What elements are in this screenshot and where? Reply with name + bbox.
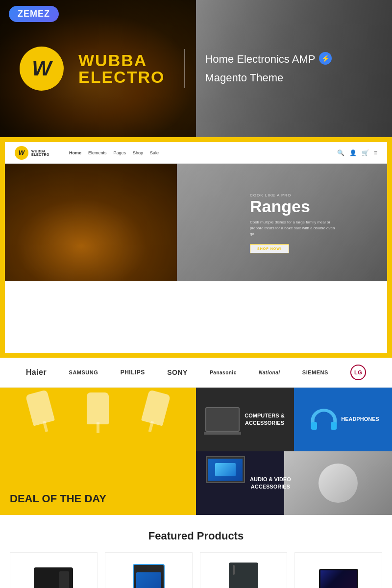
fridge-icon (229, 563, 258, 588)
monitor-icon (206, 456, 245, 483)
nav-logo-circle: W (15, 146, 28, 160)
cart-icon[interactable]: 🛒 (362, 149, 369, 156)
nav-sale[interactable]: Sale (150, 150, 159, 155)
vacuum-3 (141, 390, 171, 426)
brand-haier: Haier (26, 368, 47, 377)
brand-sony: SONY (167, 368, 188, 376)
menu-icon[interactable]: ≡ (374, 149, 377, 156)
site-preview: W WUBBA ELECTRO Home Elements Pages Shop… (5, 142, 387, 353)
product-image-fridge (205, 558, 282, 588)
product-card: 🔍 ✕ ♡ 🛒 E7 OLED 4K HDR Smart TV 65in Cla… (294, 552, 382, 588)
headphone-icon (307, 402, 341, 437)
headphones-label: HEADPHONES (341, 416, 379, 423)
tagline-text: Home Electronics AMP (205, 52, 315, 67)
user-icon[interactable]: 👤 (349, 149, 357, 156)
navbar: W WUBBA ELECTRO Home Elements Pages Shop… (5, 142, 387, 164)
header-content: W WUBBA ELECTRO Home Electronics AMP ⚡ M… (0, 47, 362, 91)
oven-icon (133, 564, 165, 588)
hero-cta-button[interactable]: SHOP NOW! (250, 244, 289, 253)
nav-pages[interactable]: Pages (114, 150, 126, 155)
zemez-badge: ZEMEZ (9, 6, 59, 22)
brand-electro: ELECTRO (78, 69, 165, 85)
hero-title: Ranges (250, 197, 338, 216)
brand-samsung: SAMSUNG (69, 369, 98, 375)
right-panels: COMPUTERS &ACCESSORIES HEADPHONES (196, 388, 392, 515)
brand-panasonic: Panasonic (210, 370, 237, 375)
yellow-frame: W WUBBA ELECTRO Home Elements Pages Shop… (0, 137, 392, 358)
hero-description: Cook multiple dishes for a large family … (250, 220, 338, 237)
tagline: Home Electronics AMP ⚡ Magento Theme (205, 52, 342, 85)
deal-panel[interactable]: DEAL OF THE DAY (0, 388, 196, 515)
svg-rect-1 (331, 422, 337, 430)
vacuum-1 (25, 390, 55, 426)
audio-panel[interactable]: AUDIO & VIDEOACCESSORIES (196, 451, 392, 515)
brand-lg: LG (350, 365, 366, 380)
search-icon[interactable]: 🔍 (337, 149, 344, 156)
featured-section: Featured Products 🔍 ✕ ♡ 🛒 Countertop Mic… (0, 515, 392, 588)
vacuum-group (5, 392, 191, 424)
audio-person-bg (284, 451, 392, 515)
audio-label: AUDIO & VIDEOACCESSORIES (250, 476, 291, 491)
brand-national: National (259, 370, 280, 375)
computers-panel[interactable]: COMPUTERS &ACCESSORIES (196, 388, 294, 451)
logo-circle: W (20, 47, 64, 91)
brand-siemens: SIEMENS (302, 369, 328, 375)
microwave-icon (34, 567, 73, 588)
nav-shop[interactable]: Shop (133, 150, 143, 155)
product-card: 🔍 ✕ ♡ 🛒 Induction Slide in Range with Pr… (105, 552, 193, 588)
tv-icon (319, 569, 358, 588)
tagline-line2: Magento Theme (205, 71, 283, 85)
nav-icons: 🔍 👤 🛒 ≡ (337, 149, 377, 156)
products-grid: 🔍 ✕ ♡ 🛒 Countertop Microwave with Smart … (10, 552, 382, 588)
featured-title: Featured Products (10, 530, 382, 542)
brand-philips: PHILIPS (121, 369, 145, 376)
svg-rect-0 (311, 422, 317, 430)
nav-brand-wubba: WUBBA (31, 149, 49, 153)
deal-text: DEAL OF THE DAY (10, 492, 106, 505)
nav-brand-text: WUBBA ELECTRO (31, 149, 49, 156)
hero-header: W WUBBA ELECTRO Home Electronics AMP ⚡ M… (0, 0, 392, 137)
logo-w-letter: W (32, 57, 51, 80)
brands-bar: Haier SAMSUNG PHILIPS SONY Panasonic Nat… (0, 358, 392, 388)
hero-banner: COOK LIKE A PRO Ranges Cook multiple dis… (5, 164, 387, 281)
computer-icon (205, 407, 240, 432)
lightning-icon: ⚡ (319, 52, 332, 65)
nav-links: Home Elements Pages Shop Sale (69, 150, 159, 155)
banner-content: COOK LIKE A PRO Ranges Cook multiple dis… (250, 193, 338, 253)
product-image-microwave (15, 558, 92, 588)
headphones-panel[interactable]: HEADPHONES (294, 388, 392, 451)
vacuum-2 (87, 392, 109, 424)
vertical-divider (184, 49, 185, 88)
nav-brand-electro: ELECTRO (31, 153, 49, 156)
product-image-oven (110, 558, 187, 588)
brand-wubba: WUBBA (78, 52, 165, 69)
product-image-tv (300, 558, 377, 588)
brand-name: WUBBA ELECTRO (78, 52, 165, 85)
nav-logo: W WUBBA ELECTRO (15, 146, 49, 160)
computers-label: COMPUTERS &ACCESSORIES (245, 412, 284, 427)
nav-home[interactable]: Home (69, 150, 81, 155)
category-grid: DEAL OF THE DAY COMPUTERS &ACCESSORIES H… (0, 388, 392, 515)
nav-elements[interactable]: Elements (88, 150, 107, 155)
product-card: 🔍 ✕ ♡ 🛒 LG Black Stainless Steel Series … (200, 552, 288, 588)
product-card: 🔍 ✕ ♡ 🛒 Countertop Microwave with Smart … (10, 552, 98, 588)
